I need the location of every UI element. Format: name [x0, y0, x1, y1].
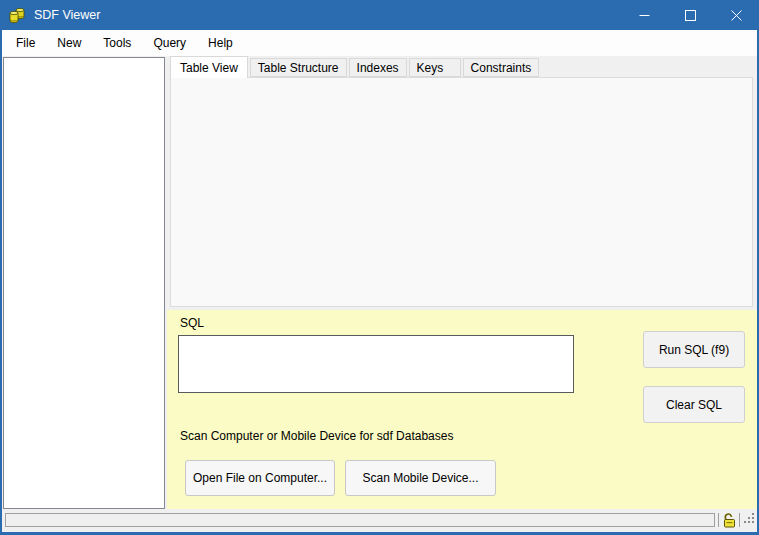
scan-mobile-button[interactable]: Scan Mobile Device...	[345, 460, 496, 496]
statusbar	[2, 511, 757, 530]
status-separator	[718, 513, 719, 527]
titlebar: SDF Viewer	[0, 0, 759, 30]
clear-sql-button[interactable]: Clear SQL	[643, 386, 745, 423]
maximize-button[interactable]	[667, 0, 713, 30]
tab-constraints[interactable]: Constraints	[463, 58, 540, 77]
tab-keys[interactable]: Keys	[409, 58, 461, 77]
menu-item-new[interactable]: New	[46, 30, 92, 56]
client-area: File New Tools Query Help Table View Tab…	[2, 30, 757, 532]
tab-table-view[interactable]: Table View	[170, 56, 248, 78]
sql-input[interactable]	[178, 335, 574, 393]
status-text-panel	[5, 513, 715, 527]
window-title: SDF Viewer	[34, 8, 100, 22]
menu-item-tools[interactable]: Tools	[92, 30, 142, 56]
resize-grip[interactable]	[743, 512, 755, 527]
tab-strip: Table View Table Structure Indexes Keys …	[170, 57, 753, 77]
open-file-button[interactable]: Open File on Computer...	[185, 460, 335, 496]
table-view-page	[170, 77, 753, 307]
lock-icon[interactable]	[721, 512, 738, 529]
run-sql-button[interactable]: Run SQL (f9)	[643, 331, 745, 368]
database-app-icon	[8, 6, 26, 24]
menu-item-help[interactable]: Help	[197, 30, 244, 56]
menubar: File New Tools Query Help	[2, 30, 757, 56]
menu-item-file[interactable]: File	[5, 30, 46, 56]
sql-label: SQL	[180, 316, 204, 330]
sql-panel: SQL Run SQL (f9) Clear SQL Scan Computer…	[167, 310, 757, 509]
menu-item-query[interactable]: Query	[142, 30, 197, 56]
minimize-button[interactable]	[621, 0, 667, 30]
tab-indexes[interactable]: Indexes	[349, 58, 407, 77]
status-separator	[739, 513, 740, 527]
scan-heading: Scan Computer or Mobile Device for sdf D…	[180, 429, 453, 443]
tab-table-structure[interactable]: Table Structure	[250, 58, 347, 77]
database-tree[interactable]	[3, 57, 165, 509]
close-button[interactable]	[713, 0, 759, 30]
